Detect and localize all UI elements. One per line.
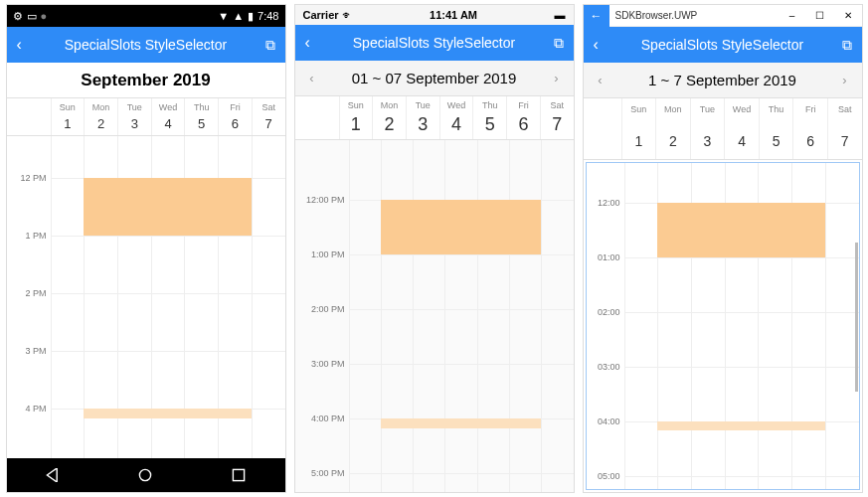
day-header-row: Sun1 Mon2 Tue3 Wed4 Thu5 Fri6 Sat7 (295, 96, 574, 140)
day-col-sun[interactable]: Sun1 (339, 96, 373, 139)
calendar-grid[interactable] (349, 140, 574, 492)
status-time: 7:48 (258, 10, 278, 22)
scrollbar[interactable] (855, 243, 858, 392)
gear-icon: ⚙ (13, 10, 23, 23)
svg-point-0 (140, 469, 151, 480)
wifi-icon: ᯤ (342, 9, 353, 21)
day-col-sun[interactable]: Sun1 (51, 98, 85, 135)
nav-back-icon[interactable] (46, 468, 60, 482)
calendar-title: September 2019 (81, 71, 210, 90)
day-col-tue[interactable]: Tue3 (117, 98, 151, 135)
day-col-mon[interactable]: Mon2 (655, 98, 690, 159)
android-status-bar: ⚙ ▭ ● ▼ ▲ ▮ 7:48 (7, 5, 285, 27)
calendar-body[interactable]: 12:00 01:00 02:00 03:00 04:00 05:00 (586, 162, 860, 490)
day-col-mon[interactable]: Mon2 (372, 96, 406, 139)
special-slot-afternoon[interactable] (657, 421, 825, 430)
wifi-icon: ▼ (218, 10, 229, 22)
day-col-thu[interactable]: Thu5 (759, 98, 793, 159)
nav-recent-icon[interactable] (232, 468, 246, 482)
calendar-grid[interactable] (51, 136, 285, 458)
back-button[interactable]: ‹ (305, 34, 323, 52)
dot-icon: ● (41, 10, 48, 22)
battery-icon: ▮ (248, 10, 254, 23)
external-link-icon[interactable]: ⧉ (546, 35, 564, 52)
back-button[interactable]: ‹ (17, 36, 35, 54)
day-header-row: Sun1 Mon2 Tue3 Wed4 Thu5 Fri6 Sat7 (7, 98, 285, 136)
close-button[interactable]: ✕ (834, 5, 862, 27)
day-col-tue[interactable]: Tue3 (690, 98, 725, 159)
uwp-back-button[interactable]: ← (584, 5, 609, 27)
calendar-body[interactable]: 12 PM 1 PM 2 PM 3 PM 4 PM 5 PM (7, 136, 285, 458)
day-col-mon[interactable]: Mon2 (84, 98, 117, 135)
external-link-icon[interactable]: ⧉ (834, 37, 852, 54)
chevron-left-icon[interactable]: ‹ (299, 71, 325, 85)
maximize-button[interactable]: ☐ (806, 5, 834, 27)
app-bar: ‹ SpecialSlots StyleSelector ⧉ (584, 27, 862, 63)
time-gutter: 12:00 01:00 02:00 03:00 04:00 05:00 (587, 163, 624, 489)
app-title: SpecialSlots StyleSelector (323, 35, 546, 51)
back-button[interactable]: ‹ (594, 36, 611, 54)
day-col-wed[interactable]: Wed4 (151, 98, 185, 135)
external-link-icon[interactable]: ⧉ (258, 37, 275, 54)
window-controls: – ☐ ✕ (779, 5, 862, 27)
app-bar: ‹ SpecialSlots StyleSelector ⧉ (7, 27, 285, 63)
status-time: 11:41 AM (353, 9, 555, 21)
carrier-label: Carrier (303, 9, 339, 21)
day-col-fri[interactable]: Fri6 (506, 96, 540, 139)
svg-rect-1 (233, 469, 244, 480)
day-col-fri[interactable]: Fri6 (792, 98, 827, 159)
day-col-tue[interactable]: Tue3 (406, 96, 439, 139)
time-gutter: 12 PM 1 PM 2 PM 3 PM 4 PM 5 PM (7, 136, 51, 458)
calendar-title: 1 ~ 7 September 2019 (648, 72, 796, 88)
day-col-wed[interactable]: Wed4 (724, 98, 759, 159)
day-col-wed[interactable]: Wed4 (439, 96, 473, 139)
android-device: ⚙ ▭ ● ▼ ▲ ▮ 7:48 ‹ SpecialSlots StyleSel… (6, 4, 286, 493)
calendar-title: 01 ~ 07 September 2019 (352, 70, 517, 86)
special-slot-lunch[interactable] (381, 200, 541, 254)
calendar-title-row: ‹ 01 ~ 07 September 2019 › (295, 61, 574, 96)
calendar-body[interactable]: 12:00 PM 1:00 PM 2:00 PM 3:00 PM 4:00 PM… (295, 140, 574, 492)
chevron-left-icon[interactable]: ‹ (588, 73, 613, 87)
day-col-thu[interactable]: Thu5 (184, 98, 218, 135)
gutter (295, 96, 339, 139)
day-col-sat[interactable]: Sat7 (540, 96, 574, 139)
calendar-title-row: ‹ 1 ~ 7 September 2019 › (584, 63, 862, 98)
android-nav-bar (7, 458, 285, 492)
ios-status-bar: Carrier ᯤ 11:41 AM ▬ (295, 5, 574, 25)
day-col-sat[interactable]: Sat7 (827, 98, 862, 159)
battery-icon: ▬ (555, 9, 566, 21)
card-icon: ▭ (27, 10, 37, 23)
gutter (584, 98, 621, 159)
chevron-right-icon[interactable]: › (544, 71, 570, 85)
time-gutter: 12:00 PM 1:00 PM 2:00 PM 3:00 PM 4:00 PM… (295, 140, 349, 492)
calendar-title-row: September 2019 (7, 63, 285, 98)
special-slot-afternoon[interactable] (381, 418, 541, 428)
app-title: SpecialSlots StyleSelector (35, 37, 258, 53)
nav-home-icon[interactable] (138, 468, 152, 482)
calendar-grid[interactable] (624, 163, 859, 489)
minimize-button[interactable]: – (779, 5, 806, 27)
chevron-right-icon[interactable]: › (832, 73, 858, 87)
day-col-sat[interactable]: Sat7 (252, 98, 285, 135)
ios-device: Carrier ᯤ 11:41 AM ▬ ‹ SpecialSlots Styl… (294, 4, 575, 493)
special-slot-lunch[interactable] (84, 178, 252, 236)
app-title: SpecialSlots StyleSelector (611, 37, 834, 53)
day-header-row: Sun1 Mon2 Tue3 Wed4 Thu5 Fri6 Sat7 (584, 98, 862, 160)
uwp-title-bar: ← SDKBrowser.UWP – ☐ ✕ (584, 5, 862, 27)
window-title: SDKBrowser.UWP (609, 10, 779, 21)
gutter (7, 98, 51, 135)
special-slot-lunch[interactable] (657, 203, 825, 257)
uwp-device: ← SDKBrowser.UWP – ☐ ✕ ‹ SpecialSlots St… (583, 4, 863, 493)
signal-icon: ▲ (233, 10, 244, 22)
special-slot-afternoon[interactable] (84, 409, 252, 418)
app-bar: ‹ SpecialSlots StyleSelector ⧉ (295, 25, 574, 61)
day-col-sun[interactable]: Sun1 (621, 98, 656, 159)
day-col-thu[interactable]: Thu5 (472, 96, 506, 139)
day-col-fri[interactable]: Fri6 (218, 98, 252, 135)
